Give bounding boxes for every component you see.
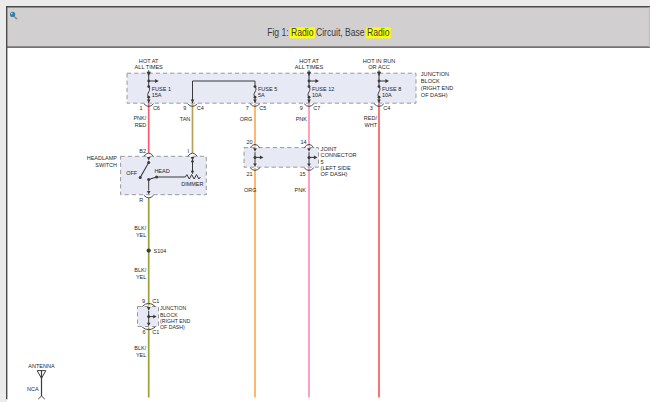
svg-text:BLK/: BLK/ — [134, 225, 146, 231]
svg-text:JUNCTION: JUNCTION — [421, 71, 449, 77]
svg-text:9: 9 — [142, 298, 145, 304]
svg-text:BLK/: BLK/ — [134, 267, 146, 273]
svg-text:PNK/: PNK/ — [133, 115, 146, 121]
svg-text:JUNCTION: JUNCTION — [160, 305, 186, 311]
svg-text:10A: 10A — [312, 92, 322, 98]
svg-text:YEL: YEL — [136, 352, 146, 358]
svg-text:C1: C1 — [152, 298, 159, 304]
svg-text:PNK: PNK — [296, 116, 308, 122]
svg-text:BLOCK: BLOCK — [421, 78, 440, 84]
svg-text:10A: 10A — [382, 92, 392, 98]
svg-text:7: 7 — [246, 105, 249, 111]
svg-text:CONNECTOR: CONNECTOR — [321, 152, 357, 158]
svg-text:BLOCK: BLOCK — [160, 312, 178, 318]
svg-text:1: 1 — [139, 105, 142, 111]
svg-text:15: 15 — [299, 171, 305, 177]
svg-text:OF DASH): OF DASH) — [321, 171, 348, 177]
svg-text:HEADLAMP: HEADLAMP — [87, 155, 118, 161]
svg-text:FUSE 8: FUSE 8 — [382, 86, 401, 92]
svg-text:(LEFT SIDE: (LEFT SIDE — [321, 165, 351, 171]
svg-text:HEAD: HEAD — [154, 168, 169, 174]
svg-text:RED: RED — [135, 122, 147, 128]
svg-text:RED/: RED/ — [364, 115, 378, 121]
svg-text:OF DASH): OF DASH) — [421, 92, 448, 98]
svg-text:JOINT: JOINT — [321, 146, 338, 152]
svg-text:ORG: ORG — [244, 187, 257, 193]
svg-text:(RIGHT END: (RIGHT END — [160, 318, 190, 324]
svg-text:(RIGHT END: (RIGHT END — [421, 85, 454, 91]
svg-text:ORG: ORG — [240, 116, 253, 122]
svg-text:C4: C4 — [383, 105, 390, 111]
svg-text:5: 5 — [321, 159, 324, 165]
svg-text:S104: S104 — [154, 248, 167, 254]
svg-text:3: 3 — [370, 105, 373, 111]
svg-text:9: 9 — [300, 105, 303, 111]
svg-text:SWITCH: SWITCH — [95, 162, 117, 168]
svg-text:20: 20 — [246, 139, 252, 145]
svg-text:DIMMER: DIMMER — [181, 181, 203, 187]
svg-text:Radio: Radio — [367, 27, 390, 38]
svg-text:YEL: YEL — [136, 274, 146, 280]
svg-text:Fig 1:: Fig 1: — [267, 27, 291, 38]
svg-text:FUSE 5: FUSE 5 — [258, 86, 277, 92]
svg-text:ANTENNA: ANTENNA — [28, 363, 55, 369]
svg-text:15A: 15A — [152, 92, 162, 98]
svg-text:B2: B2 — [139, 148, 146, 154]
svg-text:BLK/: BLK/ — [134, 345, 146, 351]
svg-text:FUSE 12: FUSE 12 — [312, 86, 334, 92]
svg-text:14: 14 — [300, 139, 306, 145]
svg-text:YEL: YEL — [136, 232, 146, 238]
svg-text:Radio: Radio — [291, 27, 314, 38]
svg-text:TAN: TAN — [180, 116, 191, 122]
svg-text:OR ACC: OR ACC — [368, 64, 389, 70]
svg-text:C5: C5 — [259, 105, 266, 111]
svg-text:C7: C7 — [313, 105, 320, 111]
svg-text:ALL TIMES: ALL TIMES — [295, 64, 324, 70]
svg-text:OF DASH): OF DASH) — [160, 324, 185, 330]
svg-text:C6: C6 — [153, 105, 160, 111]
svg-text:9: 9 — [183, 105, 186, 111]
svg-text:C4: C4 — [197, 105, 204, 111]
svg-text:OFF: OFF — [126, 170, 138, 176]
svg-text:PNK: PNK — [295, 187, 307, 193]
svg-text:C1: C1 — [152, 329, 159, 335]
svg-text:5A: 5A — [258, 92, 265, 98]
svg-text:FUSE 1: FUSE 1 — [152, 86, 171, 92]
svg-text:R: R — [139, 197, 143, 203]
svg-text:21: 21 — [246, 171, 252, 177]
svg-text:NCA: NCA — [27, 386, 39, 392]
svg-text:ALL TIMES: ALL TIMES — [135, 64, 164, 70]
svg-text:Circuit, Base: Circuit, Base — [314, 27, 368, 38]
svg-text:WHT: WHT — [364, 122, 377, 128]
svg-text:6: 6 — [142, 329, 145, 335]
